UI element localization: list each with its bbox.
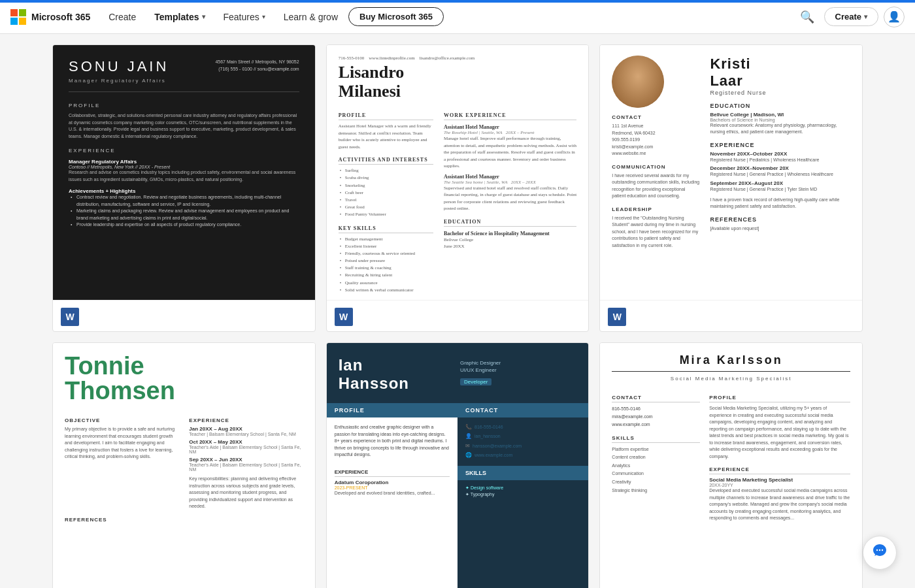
nav-learn-grow[interactable]: Learn & grow (276, 8, 346, 26)
card-footer: W (53, 300, 315, 332)
resume-name: IanHansson (339, 356, 455, 393)
card-grid: Sonu Jain Manager Regulatory Affairs 456… (52, 44, 863, 588)
word-icon: W (608, 308, 626, 326)
chat-icon (872, 543, 888, 563)
resume-card-lisandro[interactable]: 716-555-0100 www.lintedinprofile.com lis… (326, 44, 590, 332)
resume-photo (612, 56, 664, 108)
card-preview: Contact 111 1st AvenueRedmond, WA 604329… (600, 45, 862, 300)
accent-bar (0, 0, 915, 3)
card-footer: W (600, 300, 862, 332)
svg-point-0 (876, 549, 878, 551)
card-preview: 716-555-0100 www.lintedinprofile.com lis… (327, 45, 589, 300)
card-preview: TonnieThomsen Objective My primary objec… (53, 343, 315, 588)
resume-card-ian[interactable]: IanHansson Graphic Designer UI/UX Engine… (326, 342, 590, 588)
create-button[interactable]: Create ▾ (824, 7, 878, 26)
resume-name: LisandroMilanesi (339, 63, 577, 101)
search-icon: 🔍 (800, 10, 814, 24)
nav-right: 🔍 Create ▾ 👤 (795, 5, 905, 29)
resume-name: KristiLaar (710, 56, 850, 90)
resume-name: Sonu Jain (69, 58, 169, 75)
nav-items: Create Templates ▾ Features ▾ Learn & gr… (101, 7, 790, 26)
search-button[interactable]: 🔍 (795, 5, 819, 29)
nav-templates[interactable]: Templates ▾ (146, 8, 212, 26)
user-avatar[interactable]: 👤 (884, 7, 905, 27)
resume-card-tonnie[interactable]: TonnieThomsen Objective My primary objec… (52, 342, 316, 588)
person-icon: 👤 (888, 10, 901, 23)
card-footer: W (327, 300, 589, 332)
card-preview: Sonu Jain Manager Regulatory Affairs 456… (53, 45, 315, 300)
card-preview: Mira Karlsson Social Media Marketing Spe… (600, 343, 862, 588)
chevron-down-icon: ▾ (202, 13, 205, 20)
word-icon: W (61, 308, 79, 326)
nav-features[interactable]: Features ▾ (216, 8, 273, 26)
main-content: Sonu Jain Manager Regulatory Affairs 456… (0, 34, 915, 588)
resume-title: Manager Regulatory Affairs (69, 78, 169, 84)
chat-float-button[interactable] (863, 536, 897, 570)
svg-point-1 (879, 549, 880, 551)
buy-cta-button[interactable]: Buy Microsoft 365 (348, 7, 444, 26)
resume-card-mira[interactable]: Mira Karlsson Social Media Marketing Spe… (599, 342, 863, 588)
resume-name: TonnieThomsen (65, 353, 303, 403)
card-preview: IanHansson Graphic Designer UI/UX Engine… (327, 343, 589, 588)
nav-logo[interactable]: Microsoft 365 (10, 9, 90, 25)
nav-create[interactable]: Create (101, 8, 144, 26)
nav-logo-text: Microsoft 365 (31, 12, 90, 22)
svg-point-2 (882, 549, 883, 551)
chevron-down-icon: ▾ (262, 13, 265, 20)
resume-name: Mira Karlsson (612, 353, 850, 367)
top-nav: Microsoft 365 Create Templates ▾ Feature… (0, 0, 915, 34)
resume-card-kristi[interactable]: Contact 111 1st AvenueRedmond, WA 604329… (599, 44, 863, 332)
microsoft-logo-icon (10, 9, 26, 25)
word-icon: W (335, 308, 353, 326)
chevron-down-icon: ▾ (864, 13, 867, 20)
resume-card-sonu-jain[interactable]: Sonu Jain Manager Regulatory Affairs 456… (52, 44, 316, 332)
